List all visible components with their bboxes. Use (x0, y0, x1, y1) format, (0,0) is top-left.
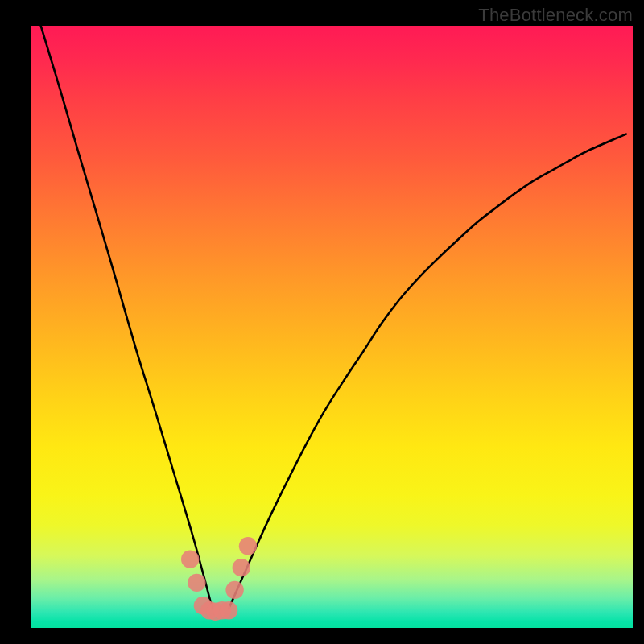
watermark-text: TheBottleneck.com (478, 5, 633, 26)
trough-dot-9 (233, 559, 250, 576)
plot-area (31, 26, 633, 628)
chart-frame: TheBottleneck.com (0, 0, 644, 644)
trough-dot-10 (239, 537, 257, 555)
curve-layer (31, 26, 633, 628)
trough-dots (181, 537, 257, 621)
left-curve (41, 26, 213, 609)
trough-dot-7 (220, 601, 237, 619)
trough-dot-2 (188, 574, 205, 592)
trough-dot-1 (181, 551, 199, 568)
right-curve (229, 134, 626, 609)
trough-dot-8 (225, 581, 243, 599)
